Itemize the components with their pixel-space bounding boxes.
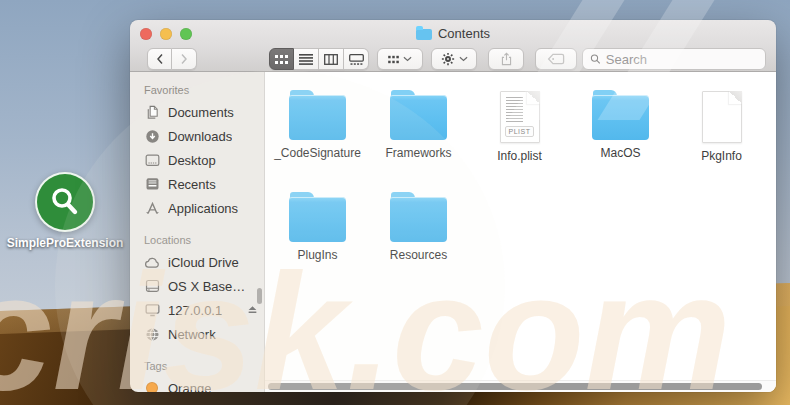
group-icon <box>388 55 399 64</box>
horizontal-scrollbar-thumb[interactable] <box>268 383 762 390</box>
traffic-lights <box>140 28 192 40</box>
tag-button[interactable] <box>535 48 577 70</box>
file-item-label: Frameworks <box>385 147 451 160</box>
sidebar: FavoritesDocumentsDownloadsDesktopRecent… <box>130 72 265 392</box>
plist-badge: PLIST <box>505 126 535 137</box>
folder-icon <box>289 197 346 242</box>
icon-view-button[interactable] <box>269 48 294 70</box>
sidebar-item-documents[interactable]: Documents <box>130 100 264 124</box>
sidebar-item-label: 127.0.0.1 <box>168 303 222 318</box>
sidebar-section-label: Tags <box>130 360 264 372</box>
file-item-frameworks[interactable]: Frameworks <box>368 86 469 188</box>
sidebar-scrollbar[interactable] <box>257 288 262 304</box>
share-icon <box>500 52 513 66</box>
file-item-label: MacOS <box>600 147 640 160</box>
applications-icon <box>143 201 161 215</box>
close-button[interactable] <box>140 28 152 40</box>
file-item-label: PlugIns <box>297 249 337 262</box>
share-button[interactable] <box>488 48 524 70</box>
folder-icon <box>390 95 447 140</box>
horizontal-scrollbar-track[interactable] <box>265 380 776 392</box>
sidebar-item-recents[interactable]: Recents <box>130 172 264 196</box>
chevron-left-icon <box>156 53 164 65</box>
sidebar-item-label: Network <box>168 327 216 342</box>
sidebar-item-label: Desktop <box>168 153 216 168</box>
group-by-button[interactable] <box>377 48 423 70</box>
file-item-info-plist[interactable]: PLISTInfo.plist <box>469 86 570 188</box>
list-view-button[interactable] <box>294 48 319 70</box>
eject-icon[interactable] <box>247 303 258 318</box>
file-item-resources[interactable]: Resources <box>368 188 469 290</box>
sidebar-section: LocationsiCloud DriveOS X Base…127.0.0.1… <box>130 234 264 346</box>
forward-button[interactable] <box>172 48 197 70</box>
file-item-label: Resources <box>390 249 447 262</box>
action-menu-button[interactable] <box>431 48 477 70</box>
minimize-button[interactable] <box>160 28 172 40</box>
sidebar-section: TagsOrange <box>130 360 264 392</box>
zoom-button[interactable] <box>180 28 192 40</box>
desktop-app-simpleproextension[interactable]: SimpleProExtension <box>2 172 128 251</box>
desktop-icon <box>143 154 161 167</box>
gallery-view-icon <box>349 54 364 65</box>
window-chrome: Contents <box>130 20 776 72</box>
file-item-label: PkgInfo <box>701 150 742 163</box>
nav-buttons <box>147 48 197 70</box>
file-item-macos[interactable]: MacOS <box>570 86 671 188</box>
sidebar-item-label: Recents <box>168 177 216 192</box>
drive-icon <box>143 279 161 293</box>
file-item-label: Info.plist <box>497 150 542 163</box>
chevron-down-icon <box>403 56 412 62</box>
chevron-right-icon <box>180 53 188 65</box>
sidebar-item-label: Documents <box>168 105 234 120</box>
chevron-down-icon <box>459 56 468 62</box>
folder-icon <box>592 95 649 140</box>
sidebar-item-127-0-0-1[interactable]: 127.0.0.1 <box>130 298 264 322</box>
sidebar-item-network[interactable]: Network <box>130 322 264 346</box>
sidebar-item-label: Orange <box>168 381 211 393</box>
document-file-icon <box>702 91 742 143</box>
icloud-icon <box>143 256 161 269</box>
grid-view-icon <box>275 54 288 65</box>
display-icon <box>143 303 161 317</box>
folder-proxy-icon[interactable] <box>416 29 432 40</box>
downloads-icon <box>143 129 161 144</box>
file-browser: _CodeSignatureFrameworksPLISTInfo.plistM… <box>265 72 776 392</box>
column-view-button[interactable] <box>319 48 344 70</box>
file-item--codesignature[interactable]: _CodeSignature <box>267 86 368 188</box>
list-view-icon <box>299 54 313 65</box>
window-title-group: Contents <box>416 26 490 41</box>
sidebar-item-downloads[interactable]: Downloads <box>130 124 264 148</box>
search-icon <box>590 53 601 65</box>
network-icon <box>143 327 161 342</box>
magnifying-glass-icon <box>47 184 83 220</box>
recents-icon <box>143 177 161 191</box>
sidebar-item-label: OS X Base… <box>168 279 245 294</box>
title-bar[interactable]: Contents <box>130 20 776 46</box>
sidebar-item-label: Applications <box>168 201 238 216</box>
sidebar-section-label: Favorites <box>130 84 264 96</box>
sidebar-item-orange[interactable]: Orange <box>130 376 264 392</box>
tag-icon <box>547 53 565 65</box>
folder-icon <box>289 95 346 140</box>
columns-view-icon <box>324 54 338 65</box>
gallery-view-button[interactable] <box>344 48 369 70</box>
icon-grid: _CodeSignatureFrameworksPLISTInfo.plistM… <box>265 72 776 290</box>
sidebar-item-desktop[interactable]: Desktop <box>130 148 264 172</box>
search-field[interactable] <box>582 48 766 70</box>
sidebar-item-label: Downloads <box>168 129 232 144</box>
magnifier-app-icon[interactable] <box>35 172 95 232</box>
tag-dot <box>143 382 161 392</box>
documents-icon <box>143 105 161 120</box>
folder-icon <box>390 197 447 242</box>
sidebar-item-icloud-drive[interactable]: iCloud Drive <box>130 250 264 274</box>
file-item-pkginfo[interactable]: PkgInfo <box>671 86 772 188</box>
finder-window: Contents <box>130 20 776 392</box>
desktop-icon-label: SimpleProExtension <box>2 237 128 251</box>
file-item-plugins[interactable]: PlugIns <box>267 188 368 290</box>
sidebar-item-os-x-base-[interactable]: OS X Base… <box>130 274 264 298</box>
sidebar-item-applications[interactable]: Applications <box>130 196 264 220</box>
sidebar-section-label: Locations <box>130 234 264 246</box>
search-input[interactable] <box>606 52 758 67</box>
back-button[interactable] <box>147 48 172 70</box>
gear-icon <box>441 52 455 66</box>
